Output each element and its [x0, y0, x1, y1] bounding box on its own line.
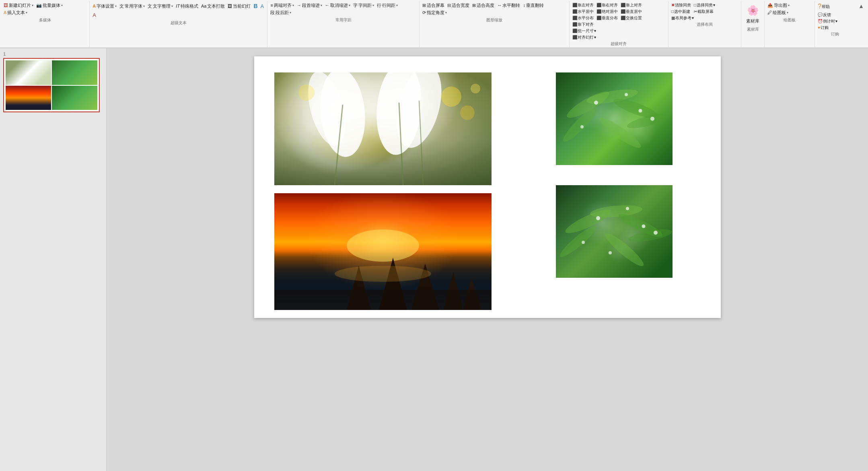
feedback-button[interactable]: 💬 反馈 — [817, 12, 832, 18]
rotate-label: 指定角度 — [427, 10, 444, 16]
dedent-button[interactable]: ← 取消缩进 ▾ — [324, 2, 352, 9]
screenshot-button[interactable]: ✂ 截取屏幕 — [693, 8, 716, 14]
indent-button[interactable]: → 段首缩进 ▾ — [296, 2, 323, 9]
uniform-size-icon: ⬛ — [572, 28, 577, 33]
collapse-icon: ▲ — [858, 3, 864, 9]
align-top-button[interactable]: ⬛ 靠上对齐 — [619, 2, 643, 8]
para-spacing-button[interactable]: 段 段后距 ▾ — [269, 9, 292, 16]
clear-same-button[interactable]: ✖ 清除同类 — [670, 2, 692, 8]
new-slide-label: 新建幻灯片 — [9, 2, 31, 8]
fit-screen-icon: ⊞ — [422, 2, 426, 8]
select-same-icon: □ — [694, 2, 696, 8]
common-font-label: 常用字体 — [125, 3, 142, 9]
distribute-h-button[interactable]: ⬛ 水平分布 — [571, 15, 595, 21]
insert-text-button[interactable]: A 插入文本 ▾ — [2, 9, 29, 16]
layout-ref-button[interactable]: ▦ 布局参考 ▾ — [670, 15, 695, 21]
image-green1[interactable] — [556, 72, 673, 165]
text-arrange-button[interactable]: 文 文字整理 ▾ — [146, 3, 174, 10]
fit-screen-button[interactable]: ⊞ 适合屏幕 — [421, 2, 446, 9]
chevron-down-icon5: ▾ — [143, 4, 145, 8]
justify-button[interactable]: ≡ 两端对齐 ▾ — [269, 2, 295, 9]
fit-width-button[interactable]: ⊟ 适合宽度 — [446, 2, 471, 9]
chevron-down-icon10: ▾ — [372, 3, 374, 8]
bold-button[interactable]: B — [252, 2, 259, 11]
font-size-button[interactable]: A — [91, 11, 97, 19]
drawing-board-button[interactable]: 🖊 绘图板 ▾ — [766, 9, 790, 16]
slide-canvas[interactable] — [254, 56, 721, 318]
select-same-button[interactable]: □ 选择同类 ▾ — [693, 2, 716, 8]
align-bottom-button[interactable]: ⬛ 靠下对齐 — [571, 21, 597, 27]
ribbon-section-super-text: A 字体设置 ▾ 文 常用字体 ▾ 文 文字整理 ▾ IT 特殊格式 — [90, 1, 267, 48]
spacing-label: 常用字距 — [335, 17, 352, 24]
export-img-button[interactable]: 📤 导出图 ▾ — [766, 2, 791, 9]
align-right-button[interactable]: ⬛ 靠右对齐 — [595, 2, 619, 8]
slide-thumbnail[interactable] — [3, 58, 100, 112]
align-center-v-icon: ⬛ — [621, 9, 625, 14]
fit-height-button[interactable]: ⊞ 适合高度 — [471, 2, 496, 9]
new-slide-button[interactable]: 🖼 新建幻灯片 ▾ — [2, 2, 35, 9]
countdown-label: 倒计时 — [823, 19, 835, 24]
drawing-buttons: 📤 导出图 ▾ 🖊 绘图板 ▾ — [766, 2, 813, 17]
purchase-button[interactable]: ♥ 订购 — [817, 25, 839, 31]
material-buttons: 🌸 素材库 — [743, 2, 763, 26]
help-label: 帮助 — [822, 4, 830, 9]
green2-svg-overlay — [556, 185, 673, 278]
align-right-icon: ⬛ — [596, 2, 601, 8]
align-right-label: 靠右对齐 — [602, 2, 618, 8]
special-format-button[interactable]: IT 特殊格式 — [175, 3, 200, 10]
ribbon-section-align: ⬛ 靠左对齐 ⬛ 水平居中 ⬛ 水平分布 ⬛ 靠右对齐 — [570, 1, 668, 48]
chevron-down-icon7: ▾ — [292, 3, 294, 8]
align-left-button[interactable]: ⬛ 靠左对齐 — [571, 2, 595, 8]
super-text-label: 超级文本 — [171, 19, 187, 27]
svg-rect-28 — [274, 290, 492, 310]
thumb-green1 — [52, 60, 97, 85]
chevron-down-icon19: ▾ — [787, 10, 788, 15]
collapse-ribbon-button[interactable]: ▲ — [855, 1, 867, 48]
uniform-size-button[interactable]: ⬛ 统一尺寸 ▾ — [571, 28, 597, 34]
char-spacing-icon: 字 — [353, 2, 358, 8]
screenshot-label: 截取屏幕 — [697, 9, 714, 14]
font-size-icon: A — [93, 12, 96, 19]
image-sunset[interactable] — [274, 193, 492, 310]
batch-media-button[interactable]: 📷 批量媒体 ▾ — [35, 2, 64, 9]
distribute-v-button[interactable]: ⬛ 垂直分布 — [595, 15, 619, 21]
countdown-button[interactable]: ⏰ 倒计时 ▾ — [817, 18, 839, 24]
purchase-icon: ♥ — [818, 25, 820, 30]
rotate-button[interactable]: ⟳ 指定角度 ▾ — [421, 9, 448, 16]
help-button[interactable]: ? 帮助 — [817, 2, 832, 11]
text-scatter-button[interactable]: Aa 文本打散 — [200, 3, 226, 10]
align-top-icon: ⬛ — [621, 2, 625, 8]
align-center-h-button[interactable]: ⬛ 水平居中 — [571, 8, 595, 14]
help-icon: ? — [818, 2, 821, 11]
flip-v-button[interactable]: ↕ 垂直翻转 — [522, 2, 545, 9]
font-settings-button[interactable]: A 字体设置 ▾ — [91, 3, 118, 10]
multimedia-label: 多媒体 — [39, 17, 51, 24]
thumb-green2 — [52, 86, 97, 110]
fit-width-label: 适合宽度 — [452, 2, 469, 8]
line-spacing-button[interactable]: 行 行间距 ▾ — [376, 2, 399, 9]
select-new-button[interactable]: □ 选中新建 — [670, 8, 692, 14]
absolute-center-button[interactable]: ⬛ 绝对居中 — [595, 8, 619, 14]
font-color-button[interactable]: A — [259, 2, 265, 10]
justify-icon: ≡ — [270, 2, 273, 8]
current-slide-button[interactable]: 🖼 当前幻灯 — [226, 3, 252, 10]
chevron-down-icon16: ▾ — [713, 2, 715, 8]
svg-point-36 — [596, 216, 600, 220]
material-lib-button[interactable]: 🌸 素材库 — [743, 2, 763, 26]
flip-h-button[interactable]: ↔ 水平翻转 — [496, 2, 521, 9]
chevron-down-icon9: ▾ — [349, 3, 350, 8]
image-green2[interactable] — [556, 185, 673, 278]
swap-position-button[interactable]: ⬛ 交换位置 — [619, 15, 643, 21]
ribbon-section-select-layout: ✖ 清除同类 □ 选中新建 □ 选择同类 ▾ ✂ — [668, 1, 741, 48]
common-font-button[interactable]: 文 常用字体 ▾ — [118, 3, 146, 10]
image-flowers[interactable] — [274, 72, 492, 185]
chevron-down-icon3: ▾ — [26, 10, 27, 15]
align-slide-button[interactable]: ⬛ 对齐幻灯 ▾ — [571, 34, 597, 40]
justify-label: 两端对齐 — [274, 2, 292, 8]
char-spacing-button[interactable]: 字 字间距 ▾ — [352, 2, 375, 9]
ribbon-section-multimedia: 🖼 新建幻灯片 ▾ 📷 批量媒体 ▾ A 插入文本 ▾ 多媒体 — [1, 1, 90, 48]
text-arrange-label: 文字整理 — [153, 3, 171, 9]
align-center-v-button[interactable]: ⬛ 垂直居中 — [619, 8, 643, 14]
feedback-icon: 💬 — [818, 12, 823, 17]
sunset-svg-overlay — [274, 193, 492, 310]
